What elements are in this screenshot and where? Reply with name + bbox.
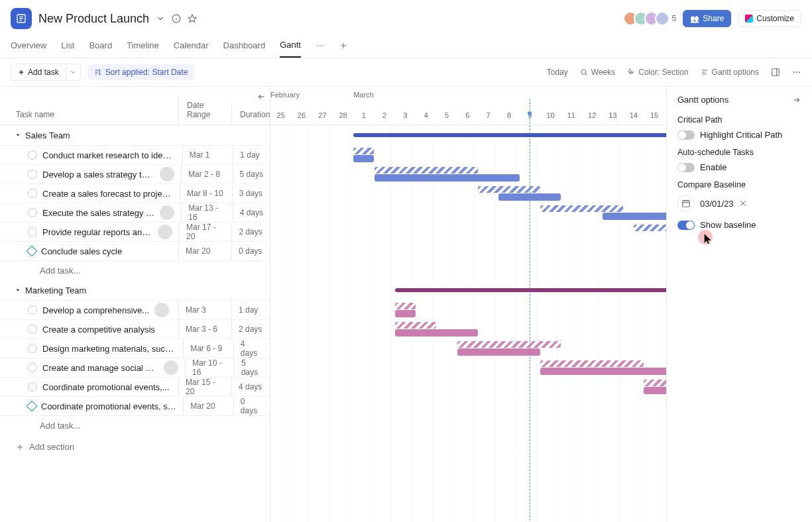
check-circle-icon[interactable] [28, 227, 37, 236]
section-header[interactable]: Marketing Team [0, 280, 270, 300]
svg-point-12 [581, 70, 586, 74]
toggle-critical-path[interactable]: Highlight Critical Path [677, 130, 801, 140]
task-row[interactable]: Coordinate promotional events,...Mar 15 … [0, 377, 270, 396]
tab-calendar[interactable]: Calendar [174, 34, 209, 57]
color-mode[interactable]: Color: Section [627, 68, 688, 77]
add-section-button[interactable]: Add section [0, 435, 270, 452]
assignee-avatar[interactable] [160, 167, 174, 182]
tab-gantt[interactable]: Gantt [280, 33, 301, 58]
task-row[interactable]: Create a competitive analysisMar 3 - 62 … [0, 319, 270, 339]
project-title[interactable]: New Product Launch [38, 12, 149, 26]
assignee-avatar[interactable] [158, 225, 172, 239]
sort-pill[interactable]: Sort applied: Start Date [87, 64, 195, 80]
tab-overflow-icon[interactable] [316, 41, 325, 50]
task-duration: 4 days [231, 378, 270, 396]
gantt-bar[interactable] [540, 205, 666, 220]
customize-button[interactable]: Customize [738, 10, 801, 27]
gantt-bar[interactable] [457, 341, 561, 356]
more-icon[interactable] [792, 68, 801, 77]
task-row[interactable]: Design marketing materials, such as...Ma… [0, 339, 270, 358]
actual-bar[interactable] [353, 155, 374, 162]
actual-bar[interactable] [644, 387, 666, 394]
info-icon[interactable] [172, 14, 181, 23]
task-date: Mar 2 - 8 [181, 165, 233, 183]
toggle-icon [677, 221, 695, 230]
gantt-bar[interactable] [540, 360, 666, 375]
task-row[interactable]: Conduct market research to identify...Ma… [0, 145, 270, 164]
task-row[interactable]: Create and manage social media...Mar 10 … [0, 358, 270, 377]
project-icon[interactable] [11, 8, 32, 29]
check-circle-icon[interactable] [28, 208, 37, 217]
assignee-avatar[interactable] [160, 205, 174, 220]
close-panel-icon[interactable] [792, 95, 801, 105]
section-summary-bar[interactable] [395, 288, 666, 292]
toggle-show-baseline[interactable]: Show baseline [677, 220, 801, 230]
actual-bar[interactable] [457, 348, 540, 356]
task-row[interactable]: Develop a comprehensive...Mar 31 day [0, 300, 270, 319]
expand-icon[interactable] [771, 68, 780, 77]
check-circle-icon[interactable] [28, 363, 37, 372]
members-avatars[interactable]: 5 [627, 11, 677, 26]
baseline-bar [457, 341, 561, 348]
toggle-auto-schedule[interactable]: Enable [677, 162, 801, 172]
task-row[interactable]: Execute the sales strategy by...Mar 13 -… [0, 203, 270, 222]
chevron-down-icon[interactable] [156, 14, 165, 23]
actual-bar[interactable] [540, 368, 666, 375]
task-row[interactable]: Develop a sales strategy that...Mar 2 - … [0, 164, 270, 183]
check-circle-icon[interactable] [28, 344, 37, 353]
section-summary-bar[interactable] [353, 133, 666, 137]
gantt-bar[interactable] [395, 322, 478, 337]
task-row[interactable]: Create a sales forecast to project...Mar… [0, 183, 270, 203]
gantt-options-link[interactable]: Gantt options [701, 68, 759, 77]
task-row[interactable]: Coordinate promotional events, such...Ma… [0, 396, 270, 415]
add-tab-icon[interactable] [339, 42, 347, 50]
check-circle-icon[interactable] [28, 382, 37, 392]
section-header[interactable]: Sales Team [0, 125, 270, 145]
task-row[interactable]: Conclude sales cycleMar 200 days [0, 241, 270, 260]
day-label: 26 [298, 111, 306, 119]
actual-bar[interactable] [603, 213, 666, 220]
milestone-icon[interactable] [27, 401, 38, 412]
add-task-caret[interactable] [66, 64, 81, 81]
task-row[interactable]: Provide regular reports and...Mar 17 - 2… [0, 222, 270, 241]
zoom-weeks[interactable]: Weeks [580, 68, 615, 77]
add-task-button[interactable]: Add task [11, 64, 66, 81]
check-circle-icon[interactable] [28, 325, 37, 334]
tab-timeline[interactable]: Timeline [127, 34, 159, 57]
column-duration-header[interactable]: Duration [231, 105, 270, 125]
calendar-icon[interactable] [677, 195, 695, 212]
check-circle-icon[interactable] [28, 150, 37, 160]
column-task-header[interactable]: Task name [0, 105, 178, 125]
tab-list[interactable]: List [61, 34, 74, 57]
column-date-header[interactable]: Date Range [178, 95, 231, 125]
check-circle-icon[interactable] [28, 170, 37, 179]
today-button[interactable]: Today [547, 68, 568, 77]
gantt-bar[interactable] [375, 167, 520, 182]
tab-board[interactable]: Board [89, 34, 112, 57]
baseline-date[interactable]: 03/01/23 [700, 199, 734, 209]
star-icon[interactable] [188, 14, 197, 23]
assignee-avatar[interactable] [154, 303, 169, 317]
check-circle-icon[interactable] [28, 305, 37, 315]
milestone-icon[interactable] [27, 246, 38, 257]
actual-bar[interactable] [395, 310, 416, 317]
collapse-left-icon[interactable] [257, 92, 266, 101]
check-circle-icon[interactable] [28, 189, 37, 198]
actual-bar[interactable] [498, 193, 561, 201]
add-task-row[interactable]: Add task... [0, 260, 270, 280]
clear-baseline-icon[interactable] [739, 199, 747, 207]
baseline-bar [540, 205, 623, 212]
share-button[interactable]: Share [683, 10, 731, 27]
assignee-avatar[interactable] [164, 360, 178, 375]
tab-dashboard[interactable]: Dashboard [223, 34, 266, 57]
gantt-bar[interactable] [634, 225, 666, 239]
gantt-bar[interactable] [644, 380, 666, 394]
actual-bar[interactable] [395, 329, 478, 337]
gantt-bar[interactable] [353, 148, 374, 162]
add-task-row[interactable]: Add task... [0, 415, 270, 435]
actual-bar[interactable] [375, 174, 520, 182]
task-duration: 2 days [231, 320, 270, 339]
gantt-bar[interactable] [395, 303, 416, 317]
gantt-bar[interactable] [478, 186, 561, 201]
tab-overview[interactable]: Overview [11, 34, 46, 57]
